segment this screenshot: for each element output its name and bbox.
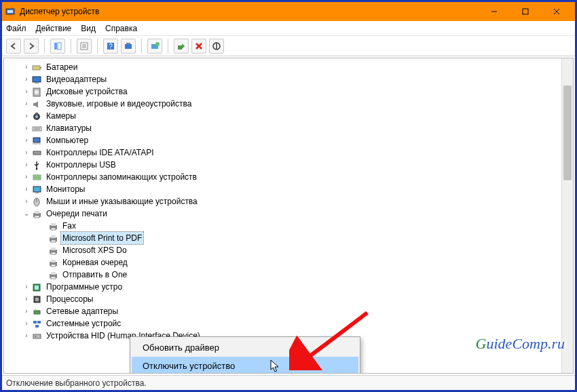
tree-node[interactable]: ›Мониторы (4, 183, 561, 195)
forward-button[interactable] (24, 39, 39, 54)
titlebar[interactable]: Диспетчер устройств (2, 2, 575, 21)
tree-node-label: Очереди печати (45, 208, 109, 220)
window-title: Диспетчер устройств (20, 7, 479, 16)
tree-node-label: Процессоры (45, 293, 95, 305)
toolbar-separator (44, 39, 45, 54)
tree-node[interactable]: ›Программные устро (4, 281, 561, 293)
tree-node[interactable]: ⌄Очереди печати (4, 208, 561, 220)
status-text: Отключение выбранного устройства. (6, 378, 147, 388)
tree-node[interactable]: ›Дисковые устройства (4, 85, 561, 98)
menu-action[interactable]: Действие (36, 24, 72, 33)
disable-button[interactable] (209, 39, 224, 54)
device-category-icon (31, 147, 42, 158)
ctx-disable-device[interactable]: Отключить устройство (132, 357, 358, 374)
expand-icon[interactable]: › (22, 146, 31, 159)
device-category-icon (31, 62, 42, 73)
show-hide-tree-button[interactable] (50, 39, 65, 54)
tree-node[interactable]: ›Камеры (4, 110, 561, 122)
tree-node-label: Microsoft Print to PDF (61, 232, 143, 244)
tree-node[interactable]: ›Системные устройс (4, 317, 561, 330)
expand-icon[interactable]: › (22, 183, 31, 195)
scan-hardware-button[interactable] (121, 39, 136, 54)
tree-node[interactable]: ›Звуковые, игровые и видеоустройства (4, 98, 561, 110)
device-category-icon (31, 98, 42, 109)
expand-icon[interactable]: › (22, 281, 31, 293)
tree-node[interactable]: ›Процессоры (4, 293, 561, 305)
tree-node[interactable]: ›Компьютер (4, 134, 561, 146)
menu-file[interactable]: Файл (6, 24, 26, 33)
svg-rect-40 (33, 187, 41, 192)
expand-icon[interactable]: › (22, 293, 31, 305)
tree-child-node[interactable]: Microsoft XPS Do (4, 244, 561, 256)
toolbar: ? (2, 36, 575, 56)
expand-icon[interactable]: › (22, 305, 31, 317)
expand-icon[interactable]: › (22, 317, 31, 330)
svg-rect-6 (54, 43, 57, 50)
expand-icon[interactable]: › (22, 134, 31, 146)
tree-child-node[interactable]: Fax (4, 220, 561, 232)
tree-node[interactable]: ›Батареи (4, 61, 561, 73)
expand-icon[interactable]: › (22, 110, 31, 122)
expand-icon[interactable]: › (22, 98, 31, 110)
help-button[interactable]: ? (103, 39, 118, 54)
expand-icon[interactable]: › (22, 73, 31, 85)
tree-child-node[interactable]: Microsoft Print to PDF (4, 232, 561, 244)
svg-rect-35 (33, 143, 41, 144)
tree-node-label: Отправить в One (61, 269, 128, 281)
device-category-icon (31, 318, 42, 329)
expand-icon[interactable]: › (22, 122, 31, 134)
collapse-icon[interactable]: ⌄ (22, 208, 31, 220)
svg-rect-54 (51, 248, 56, 250)
tree-node-label: Камеры (45, 110, 77, 122)
uninstall-button[interactable] (191, 39, 206, 54)
tree-child-node[interactable]: Отправить в One (4, 269, 561, 281)
svg-point-17 (155, 42, 160, 46)
ctx-update-driver[interactable]: Обновить драйвер (132, 338, 358, 357)
svg-rect-65 (35, 298, 39, 301)
svg-rect-52 (51, 240, 56, 242)
minimize-button[interactable] (479, 2, 510, 21)
printer-icon (48, 220, 58, 231)
tree-node-label: Мыши и иные указывающие устройства (45, 195, 199, 208)
enable-button[interactable] (174, 39, 189, 54)
expand-icon[interactable]: › (22, 61, 31, 73)
close-button[interactable] (541, 2, 572, 21)
toolbar-separator (97, 39, 98, 54)
toolbar-separator (141, 39, 142, 54)
svg-rect-46 (35, 216, 39, 218)
tree-node-label: Контроллеры IDE ATA/ATAPI (45, 146, 155, 159)
tree-node[interactable]: ›Мыши и иные указывающие устройства (4, 195, 561, 208)
update-driver-button[interactable] (147, 39, 162, 54)
device-category-icon (31, 330, 42, 341)
svg-text:?: ? (109, 43, 113, 50)
tree-child-node[interactable]: Корневая очеред (4, 256, 561, 269)
device-category-icon (31, 123, 42, 134)
tree-node[interactable]: ›Контроллеры запоминающих устройств (4, 171, 561, 183)
properties-button[interactable] (77, 39, 92, 54)
tree-node[interactable]: ›Сетевые адаптеры (4, 305, 561, 317)
tree-node-label: Fax (61, 220, 77, 232)
tree-node[interactable]: ›Клавиатуры (4, 122, 561, 134)
expand-icon[interactable]: › (22, 330, 31, 342)
svg-rect-39 (33, 178, 41, 180)
svg-rect-30 (35, 113, 38, 115)
expand-icon[interactable]: › (22, 85, 31, 98)
svg-rect-1 (7, 10, 13, 13)
svg-rect-66 (34, 311, 40, 314)
tree-node[interactable]: ›Контроллеры USB (4, 159, 561, 171)
maximize-button[interactable] (510, 2, 541, 21)
expand-icon[interactable]: › (22, 195, 31, 208)
device-tree[interactable]: ›Батареи›Видеоадаптеры›Дисковые устройст… (4, 58, 561, 373)
device-category-icon (31, 135, 42, 146)
tree-node[interactable]: ›Контроллеры IDE ATA/ATAPI (4, 146, 561, 159)
svg-rect-7 (58, 43, 61, 50)
expand-icon[interactable]: › (22, 171, 31, 183)
scrollbar-thumb[interactable] (563, 85, 572, 180)
menu-view[interactable]: Вид (81, 24, 96, 33)
tree-node[interactable]: ›Видеоадаптеры (4, 73, 561, 85)
tree-node-label: Клавиатуры (45, 122, 93, 134)
menu-help[interactable]: Справка (105, 24, 137, 33)
vertical-scrollbar[interactable] (561, 58, 573, 373)
expand-icon[interactable]: › (22, 159, 31, 171)
back-button[interactable] (6, 39, 21, 54)
